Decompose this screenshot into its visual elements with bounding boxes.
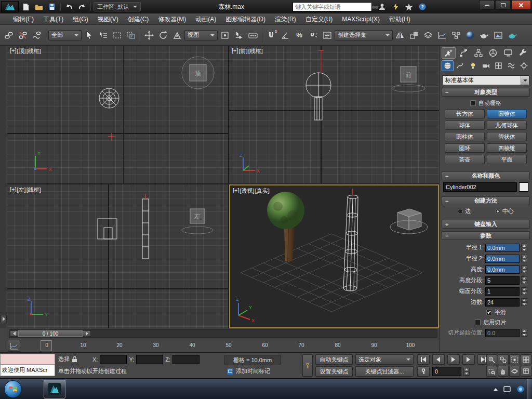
workspace-dropdown[interactable]: 工作区: 默认 xyxy=(94,2,141,11)
menu-maxscript[interactable]: MAXScript(X) xyxy=(337,14,384,25)
radius2-field[interactable]: 0.0mm xyxy=(485,255,520,263)
height-field[interactable]: 0.0mm xyxy=(485,265,520,274)
sides-spinner[interactable] xyxy=(521,298,527,306)
rollout-object-type-header[interactable]: − 对象类型 xyxy=(442,88,530,97)
exchange-apps-icon[interactable] xyxy=(390,2,401,12)
menu-animation[interactable]: 动画(A) xyxy=(191,14,221,25)
viewport-shading-button[interactable]: [线框] xyxy=(26,186,41,194)
radius1-field[interactable]: 0.0mm xyxy=(485,244,520,252)
add-time-tag-button[interactable]: 添加时间标记 xyxy=(236,367,270,375)
curve-editor-button[interactable] xyxy=(435,29,449,42)
cap-segs-field[interactable]: 1 xyxy=(485,287,520,296)
tray-network-icon[interactable] xyxy=(516,385,525,393)
geosphere-button[interactable]: 几何球体 xyxy=(487,121,527,130)
height-segs-field[interactable]: 5 xyxy=(485,276,520,285)
reference-coordinate-dropdown[interactable]: 视图 xyxy=(184,30,218,41)
move-button[interactable] xyxy=(142,29,156,42)
viewport-name-button[interactable]: [左] xyxy=(17,186,26,194)
plane-button[interactable]: 平面 xyxy=(487,155,527,164)
track-bar[interactable]: 0 10 20 30 40 50 60 70 80 90 100 xyxy=(7,339,439,352)
spinner-snap-toggle[interactable] xyxy=(307,29,320,42)
height-spinner[interactable] xyxy=(521,265,527,273)
viewcube[interactable]: 左 xyxy=(182,209,213,234)
favorites-star-icon[interactable] xyxy=(403,2,415,12)
primitive-category-dropdown[interactable]: 标准基本体 xyxy=(442,75,529,85)
menu-rendering[interactable]: 渲染(R) xyxy=(270,14,301,25)
expand-panel-button[interactable] xyxy=(1,315,7,323)
viewport-front[interactable]: [+] [前] [线框] 前 xyxy=(229,46,439,183)
viewport-front-canvas[interactable]: 前 Z X xyxy=(229,46,439,183)
dropdown-arrow-button[interactable] xyxy=(521,76,529,85)
start-button[interactable] xyxy=(4,380,22,398)
tab-create[interactable] xyxy=(442,47,456,59)
zoom-extents-button[interactable] xyxy=(509,354,520,365)
next-frame-arrow[interactable] xyxy=(83,330,91,337)
viewcube[interactable]: 前 xyxy=(392,66,425,92)
zoom-all-button[interactable] xyxy=(498,354,509,365)
taskbar-3dsmax-button[interactable] xyxy=(44,380,65,398)
viewport-left[interactable]: [+] [左] [线框] 左 xyxy=(7,184,228,328)
menu-graph-editors[interactable]: 图形编辑器(D) xyxy=(221,14,270,25)
mini-curve-editor-button[interactable] xyxy=(8,340,20,352)
viewport-shading-button[interactable]: [线框] xyxy=(248,47,263,55)
cone-creation-gizmo[interactable] xyxy=(318,50,324,73)
app-logo-button[interactable] xyxy=(1,1,19,12)
subtab-lights[interactable] xyxy=(467,60,479,71)
select-by-name-button[interactable] xyxy=(96,29,110,42)
subtab-spacewarps[interactable] xyxy=(506,60,517,71)
minimize-button[interactable] xyxy=(479,0,495,10)
viewport-name-button[interactable]: [前] xyxy=(239,47,248,55)
autogrid-checkbox[interactable] xyxy=(470,100,476,106)
torus-button[interactable]: 圆环 xyxy=(445,143,485,153)
slice-from-spinner[interactable] xyxy=(521,329,527,337)
cone-button[interactable]: 圆锥体 xyxy=(487,109,527,118)
scale-button[interactable] xyxy=(170,29,184,42)
undo-button[interactable] xyxy=(63,2,75,12)
sides-field[interactable]: 24 xyxy=(485,298,520,307)
rendered-frame-button[interactable] xyxy=(491,29,505,42)
tree-top-wireframe[interactable] xyxy=(99,88,119,108)
tree-model[interactable] xyxy=(267,192,304,261)
mirror-button[interactable] xyxy=(393,29,407,42)
sign-in-icon[interactable] xyxy=(376,2,388,12)
sphere-button[interactable]: 球体 xyxy=(445,121,485,130)
selection-lock-icon[interactable] xyxy=(72,356,77,363)
radius1-spinner[interactable] xyxy=(521,244,527,251)
viewcube[interactable] xyxy=(390,209,428,234)
box-button[interactable]: 长方体 xyxy=(445,109,485,118)
redo-button[interactable] xyxy=(76,2,88,12)
menu-help[interactable]: 帮助(H) xyxy=(384,14,415,25)
viewport-shading-button[interactable]: [真实] xyxy=(255,187,270,195)
viewport-perspective-canvas[interactable]: Z X Y xyxy=(230,185,438,327)
maximize-button[interactable] xyxy=(495,0,511,10)
x-coordinate-field[interactable] xyxy=(100,355,127,364)
help-icon[interactable]: ? xyxy=(417,2,428,12)
rollout-parameters-header[interactable]: − 参数 xyxy=(442,231,530,240)
show-hidden-icons-button[interactable] xyxy=(494,388,498,391)
angle-snap-toggle[interactable] xyxy=(278,29,292,42)
height-segs-spinner[interactable] xyxy=(521,276,527,284)
maximize-viewport-toggle[interactable] xyxy=(521,366,531,377)
orbit-button[interactable] xyxy=(509,366,520,377)
teapot-button[interactable]: 茶壶 xyxy=(445,155,485,164)
z-coordinate-field[interactable] xyxy=(172,355,200,364)
edge-radio[interactable]: 边 xyxy=(458,207,471,215)
tab-utilities[interactable] xyxy=(516,47,530,59)
edit-named-sets-button[interactable] xyxy=(321,29,334,42)
save-button[interactable] xyxy=(46,2,58,12)
key-mode-toggle[interactable] xyxy=(417,366,430,377)
tab-display[interactable] xyxy=(501,47,515,59)
subtab-geometry[interactable] xyxy=(442,60,454,71)
select-object-button[interactable] xyxy=(82,29,96,42)
zoom-region-button[interactable] xyxy=(486,366,497,377)
tree-left-wireframe[interactable] xyxy=(98,219,117,239)
pan-button[interactable] xyxy=(498,366,509,377)
use-pivot-center-button[interactable] xyxy=(218,29,232,42)
rotate-button[interactable] xyxy=(156,29,170,42)
go-to-start-button[interactable] xyxy=(417,354,430,365)
window-crossing-toggle[interactable] xyxy=(124,29,138,42)
menu-create[interactable]: 创建(C) xyxy=(123,14,154,25)
time-slider-handle[interactable]: 0 / 100 xyxy=(18,330,83,337)
listener-line[interactable]: 欢迎使用 MAXScr xyxy=(0,365,55,376)
menu-group[interactable]: 组(G) xyxy=(68,14,92,25)
